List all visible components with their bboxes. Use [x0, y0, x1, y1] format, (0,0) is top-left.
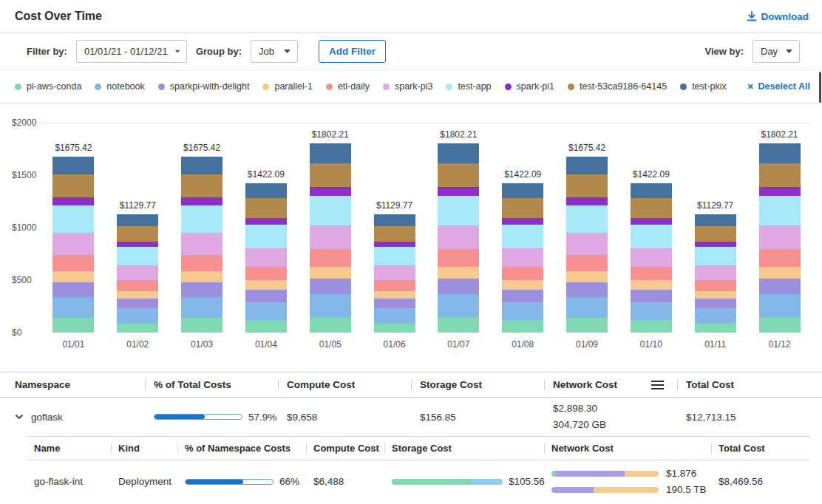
- segment-pi-aws-conda[interactable]: [117, 323, 158, 333]
- legend-item-pi-aws-conda[interactable]: pi-aws-conda: [15, 81, 81, 92]
- deselect-all-button[interactable]: ✕ Deselect All: [747, 81, 810, 92]
- segment-test-pkix[interactable]: [117, 214, 158, 226]
- segment-test-pkix[interactable]: [502, 183, 543, 198]
- column-header-network[interactable]: Network Cost: [544, 437, 711, 460]
- segment-sparkpi-with-delight[interactable]: [181, 282, 223, 297]
- segment-parallel-1[interactable]: [245, 280, 287, 290]
- segment-sparkpi-with-delight[interactable]: [759, 279, 801, 294]
- segment-parallel-1[interactable]: [759, 267, 801, 279]
- segment-test-53ca9186-64145[interactable]: [695, 226, 736, 242]
- segment-spark-pi3[interactable]: [502, 248, 543, 267]
- stacked-bar[interactable]: [52, 157, 94, 333]
- segment-pi-aws-conda[interactable]: [438, 317, 479, 333]
- segment-spark-pi1[interactable]: [245, 218, 287, 225]
- segment-test-app[interactable]: [759, 196, 801, 225]
- segment-pi-aws-conda[interactable]: [181, 318, 223, 333]
- segment-test-app[interactable]: [245, 225, 287, 248]
- segment-test-53ca9186-64145[interactable]: [631, 198, 672, 217]
- segment-spark-pi3[interactable]: [117, 265, 158, 280]
- segment-pi-aws-conda[interactable]: [502, 320, 543, 333]
- segment-spark-pi1[interactable]: [310, 187, 351, 195]
- segment-spark-pi1[interactable]: [759, 187, 801, 195]
- column-header-total[interactable]: Total Cost: [711, 437, 810, 460]
- segment-test-53ca9186-64145[interactable]: [438, 163, 479, 188]
- segment-sparkpi-with-delight[interactable]: [566, 282, 608, 297]
- segment-test-pkix[interactable]: [310, 143, 351, 163]
- column-header-network[interactable]: Network Cost: [544, 372, 677, 397]
- legend-item-test-pkix[interactable]: test-pkix: [680, 81, 727, 92]
- legend-item-parallel-1[interactable]: parallel-1: [262, 81, 312, 92]
- legend-item-test-53ca9186-64145[interactable]: test-53ca9186-64145: [568, 81, 667, 92]
- segment-pi-aws-conda[interactable]: [759, 317, 801, 333]
- segment-parallel-1[interactable]: [502, 280, 543, 290]
- segment-etl-daily[interactable]: [245, 267, 287, 280]
- table-row-go-flask-int[interactable]: go-flask-int Deployment 66% $6,488 $105.…: [27, 460, 810, 503]
- segment-spark-pi3[interactable]: [438, 225, 479, 249]
- segment-test-app[interactable]: [181, 205, 223, 234]
- segment-spark-pi1[interactable]: [695, 242, 736, 247]
- segment-spark-pi3[interactable]: [695, 265, 736, 280]
- download-button[interactable]: Download: [747, 11, 809, 22]
- stacked-bar[interactable]: [374, 214, 415, 333]
- segment-etl-daily[interactable]: [310, 249, 351, 266]
- segment-notebook[interactable]: [374, 308, 415, 322]
- segment-spark-pi3[interactable]: [245, 248, 287, 267]
- column-header-name[interactable]: Name: [27, 437, 111, 460]
- scrollbar-thumb[interactable]: [819, 72, 821, 103]
- segment-notebook[interactable]: [695, 308, 736, 322]
- segment-test-53ca9186-64145[interactable]: [52, 174, 94, 197]
- segment-etl-daily[interactable]: [502, 267, 543, 280]
- column-header-compute[interactable]: Compute Cost: [278, 372, 411, 397]
- segment-sparkpi-with-delight[interactable]: [695, 299, 736, 308]
- segment-spark-pi1[interactable]: [502, 218, 543, 225]
- view-by-select[interactable]: Day: [753, 40, 800, 63]
- segment-sparkpi-with-delight[interactable]: [245, 290, 287, 302]
- segment-test-pkix[interactable]: [245, 183, 287, 198]
- stacked-bar[interactable]: [181, 157, 223, 333]
- segment-spark-pi3[interactable]: [759, 225, 801, 249]
- segment-parallel-1[interactable]: [117, 291, 158, 299]
- segment-spark-pi3[interactable]: [566, 233, 608, 255]
- segment-parallel-1[interactable]: [438, 267, 479, 279]
- legend-item-spark-pi1[interactable]: spark-pi1: [505, 81, 554, 92]
- segment-parallel-1[interactable]: [52, 271, 94, 282]
- segment-spark-pi3[interactable]: [52, 233, 94, 255]
- stacked-bar[interactable]: [438, 143, 479, 333]
- add-filter-button[interactable]: Add Filter: [319, 40, 386, 63]
- legend-item-etl-daily[interactable]: etl-daily: [326, 81, 370, 92]
- segment-notebook[interactable]: [631, 302, 672, 320]
- segment-spark-pi1[interactable]: [566, 197, 608, 205]
- segment-test-53ca9186-64145[interactable]: [502, 198, 543, 217]
- segment-test-pkix[interactable]: [631, 183, 672, 198]
- segment-notebook[interactable]: [245, 302, 287, 320]
- chevron-down-icon[interactable]: [15, 414, 24, 420]
- segment-test-pkix[interactable]: [181, 157, 223, 174]
- segment-pi-aws-conda[interactable]: [695, 323, 736, 333]
- stacked-bar[interactable]: [310, 143, 351, 333]
- segment-test-app[interactable]: [117, 247, 158, 266]
- segment-spark-pi3[interactable]: [374, 265, 415, 280]
- segment-parallel-1[interactable]: [695, 291, 736, 299]
- column-header-compute[interactable]: Compute Cost: [306, 437, 384, 460]
- segment-etl-daily[interactable]: [181, 255, 223, 271]
- date-range-select[interactable]: 01/01/21 - 01/12/21: [76, 40, 187, 63]
- stacked-bar[interactable]: [759, 143, 801, 333]
- stacked-bar[interactable]: [631, 183, 672, 333]
- segment-notebook[interactable]: [566, 297, 608, 318]
- segment-notebook[interactable]: [117, 308, 158, 322]
- stacked-bar[interactable]: [245, 183, 287, 333]
- segment-parallel-1[interactable]: [374, 291, 415, 299]
- segment-spark-pi1[interactable]: [374, 242, 415, 247]
- segment-pi-aws-conda[interactable]: [374, 323, 415, 333]
- segment-parallel-1[interactable]: [566, 271, 608, 282]
- table-row-goflask[interactable]: goflask 57.9% $9,658 $156.85 $2,898.30 3…: [0, 398, 822, 436]
- segment-notebook[interactable]: [759, 294, 801, 317]
- segment-parallel-1[interactable]: [310, 267, 351, 279]
- segment-notebook[interactable]: [502, 302, 543, 320]
- segment-test-pkix[interactable]: [566, 157, 608, 174]
- segment-spark-pi3[interactable]: [310, 225, 351, 249]
- segment-test-53ca9186-64145[interactable]: [310, 163, 351, 188]
- legend-item-spark-pi3[interactable]: spark-pi3: [383, 81, 432, 92]
- segment-pi-aws-conda[interactable]: [52, 318, 94, 333]
- segment-parallel-1[interactable]: [181, 271, 223, 282]
